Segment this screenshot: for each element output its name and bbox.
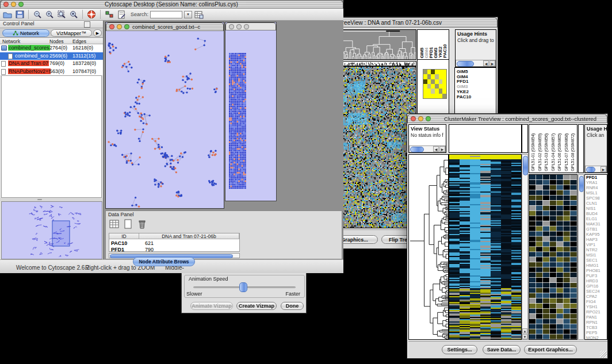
gene-label[interactable]: PHO81 bbox=[585, 268, 607, 273]
gene-label[interactable]: YSH1 bbox=[585, 304, 607, 309]
settings-button[interactable]: Settings... bbox=[442, 345, 477, 354]
zoom-out-icon[interactable] bbox=[32, 10, 43, 19]
gene-label[interactable]: HAP3 bbox=[585, 237, 607, 242]
network1-canvas[interactable] bbox=[106, 32, 224, 209]
tv2-heatmap-panel[interactable] bbox=[449, 154, 522, 340]
gene-label[interactable]: GTB1 bbox=[585, 227, 607, 232]
tv1-zoom-heatmap[interactable] bbox=[423, 69, 447, 99]
attribute-table-icon[interactable] bbox=[109, 219, 121, 231]
scroll-up-icon[interactable]: ▲ bbox=[522, 328, 527, 334]
vizmapper-icon[interactable] bbox=[104, 10, 114, 19]
zoom-selected-icon[interactable] bbox=[68, 10, 79, 19]
gene-label[interactable]: PFD1 bbox=[585, 175, 607, 180]
delete-attribute-icon[interactable] bbox=[137, 219, 148, 231]
id-column-header[interactable]: ID bbox=[109, 233, 139, 239]
close-button[interactable] bbox=[411, 116, 416, 121]
minimize-button[interactable] bbox=[117, 24, 122, 29]
search-dropdown-arrow[interactable]: ▼ bbox=[184, 11, 192, 18]
row-value[interactable]: 621 bbox=[145, 240, 154, 246]
gene-label[interactable]: NIS1 bbox=[585, 206, 607, 211]
network-list-row[interactable]: RNAPuberNov2+!563(0)107847(0) bbox=[0, 68, 103, 76]
gene-label[interactable]: BUD4 bbox=[585, 211, 607, 216]
gene-label[interactable]: RPN1 bbox=[585, 320, 607, 325]
tv2-row-dendrogram-panel[interactable] bbox=[408, 154, 449, 340]
animate-vizmap-button[interactable]: Animate Vizmap bbox=[190, 302, 233, 310]
zoom-button[interactable] bbox=[244, 24, 249, 29]
resize-grip[interactable] bbox=[600, 351, 607, 358]
create-vizmap-button[interactable]: Create Vizmap bbox=[236, 302, 277, 310]
minimize-button[interactable] bbox=[11, 2, 16, 7]
scroll-thumb[interactable] bbox=[579, 176, 584, 192]
row-id[interactable]: PFD1 bbox=[111, 247, 124, 252]
gene-label[interactable]: ELG1 bbox=[585, 216, 607, 221]
scroll-right-icon[interactable]: ▶ bbox=[439, 146, 445, 152]
scroll-thumb[interactable] bbox=[410, 147, 424, 152]
scroll-thumb[interactable] bbox=[523, 156, 528, 175]
search-input[interactable] bbox=[150, 11, 182, 18]
tv2-hints-scrollbar[interactable]: ▶ bbox=[585, 166, 607, 173]
zoom-button[interactable] bbox=[18, 2, 24, 7]
gene-label[interactable]: MSI1 bbox=[585, 252, 607, 258]
open-folder-icon[interactable] bbox=[2, 10, 13, 19]
main-title-bar[interactable]: Cytoscape Desktop (Session Name: collins… bbox=[0, 0, 343, 9]
close-button[interactable] bbox=[229, 24, 234, 29]
tv2-title-bar[interactable]: ClusterMaker TreeView : combined_scores_… bbox=[407, 114, 607, 123]
gene-label[interactable]: CPA2 bbox=[585, 294, 607, 299]
tv2-heatmap-vscroll[interactable]: ▲ ▼ bbox=[522, 154, 528, 340]
tab-vizmapper[interactable]: VizMapper™ bbox=[51, 29, 92, 37]
tab-network[interactable]: Network bbox=[2, 29, 49, 37]
scroll-right-icon[interactable]: ▶ bbox=[600, 166, 606, 172]
gene-label[interactable]: SPC98 bbox=[585, 196, 607, 201]
node-attribute-browser-button[interactable]: Node Attribute Brows bbox=[133, 257, 195, 266]
gene-label[interactable]: FIG4 bbox=[585, 299, 607, 304]
speed-slider-thumb[interactable] bbox=[239, 282, 247, 292]
gene-label[interactable]: SEC24 bbox=[585, 289, 607, 294]
scroll-thumb[interactable] bbox=[586, 167, 595, 173]
gene-label[interactable]: PEP5 bbox=[585, 330, 607, 335]
network2-title-bar[interactable] bbox=[225, 22, 276, 30]
scroll-down-icon[interactable]: ▼ bbox=[522, 334, 527, 339]
row-value[interactable]: 790 bbox=[145, 247, 154, 252]
scroll-right-icon[interactable]: ▶ bbox=[489, 60, 495, 66]
export-graphics-button[interactable]: Export Graphics... bbox=[524, 345, 577, 354]
close-button[interactable] bbox=[3, 2, 9, 7]
tab-overflow-arrow[interactable]: ▶ bbox=[93, 29, 102, 37]
zoom-fit-icon[interactable] bbox=[56, 10, 67, 19]
gene-label[interactable]: RNR4 bbox=[585, 185, 607, 190]
float-panel-icon[interactable] bbox=[84, 21, 90, 28]
gene-label[interactable]: HRD3 bbox=[585, 278, 607, 283]
network-list-row[interactable]: DNA and Tran 07769(0)183728(0) bbox=[0, 60, 103, 68]
tv1-hints-scrollbar[interactable]: ◀ ▶ bbox=[456, 60, 496, 67]
tv2-status-scrollbar[interactable]: ◀ ▶ bbox=[409, 145, 446, 152]
attribute-table[interactable]: ID DNA and Tran 07-21-06b PAC10621PFD179… bbox=[109, 233, 240, 252]
gene-label[interactable]: YRA1 bbox=[585, 180, 607, 185]
annotation-icon[interactable] bbox=[116, 10, 127, 19]
zoom-button[interactable] bbox=[124, 24, 129, 29]
minimize-button[interactable] bbox=[236, 24, 242, 29]
overview-canvas[interactable] bbox=[2, 202, 102, 259]
tv2-zoom-panel[interactable] bbox=[529, 174, 577, 340]
scroll-left-icon[interactable]: ◀ bbox=[483, 60, 489, 66]
gene-label[interactable]: PUF3 bbox=[585, 273, 607, 278]
close-button[interactable] bbox=[109, 24, 114, 29]
gene-label[interactable]: PAN1 bbox=[585, 315, 607, 320]
network2-canvas[interactable] bbox=[229, 53, 246, 189]
network1-title-bar[interactable]: combined_scores_good.txt--cluste... bbox=[106, 22, 224, 31]
gene-label[interactable]: TCB3 bbox=[585, 325, 607, 330]
save-data-button[interactable]: Save Data... bbox=[483, 345, 521, 354]
scroll-left-icon[interactable]: ◀ bbox=[433, 146, 439, 152]
gene-label[interactable]: RPO21 bbox=[585, 309, 607, 315]
gene-label[interactable]: CLN1 bbox=[585, 201, 607, 206]
network-overview[interactable] bbox=[1, 201, 102, 259]
tv2-gene-list-panel[interactable]: PFD1YRA1RNR4MSL1SPC98CLN1NIS1BUD4ELG1MAK… bbox=[584, 174, 607, 340]
help-icon[interactable] bbox=[86, 10, 97, 19]
zoom-button[interactable] bbox=[426, 116, 431, 121]
tv2-heatmap[interactable] bbox=[449, 155, 521, 339]
gene-label[interactable]: VIP1 bbox=[585, 242, 607, 247]
network-list-row[interactable]: combined_sco2569(6)13112(15) bbox=[0, 52, 103, 60]
zoom-in-icon[interactable] bbox=[44, 10, 55, 19]
save-icon[interactable] bbox=[14, 10, 25, 19]
gene-label[interactable]: KAP95 bbox=[585, 232, 607, 237]
gene-label[interactable]: NTR2 bbox=[585, 247, 607, 252]
tv2-zoom-heatmap[interactable] bbox=[529, 175, 577, 339]
